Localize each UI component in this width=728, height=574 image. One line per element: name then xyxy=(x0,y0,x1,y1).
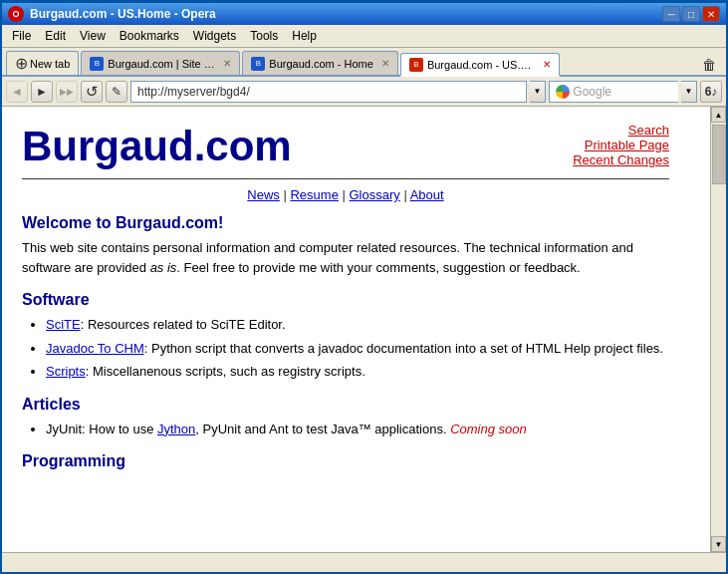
welcome-heading: Welcome to Burgaud.com! xyxy=(22,214,669,232)
search-link[interactable]: Search xyxy=(573,123,669,138)
back-icon: ◄ xyxy=(11,85,23,99)
scrollbar: ▲ ▼ xyxy=(710,107,726,552)
google-icon xyxy=(556,85,570,99)
page-header: Burgaud.com Search Printable Page Recent… xyxy=(22,123,669,170)
reload-icon: ↺ xyxy=(86,83,99,101)
tab-bar: ⊕ New tab B Burgaud.com | Site inter... … xyxy=(2,48,726,77)
edit-button[interactable]: ✎ xyxy=(106,81,127,103)
list-item: Scripts: Miscellanenous scripts, such as… xyxy=(46,362,669,382)
tab1-close[interactable]: ✕ xyxy=(223,58,231,69)
menu-bar: File Edit View Bookmarks Widgets Tools H… xyxy=(2,25,726,48)
jyunit-suffix: , PyUnit and Ant to test Java™ applicati… xyxy=(195,422,450,436)
content-wrapper: Burgaud.com Search Printable Page Recent… xyxy=(2,107,726,552)
tab-burgaud-us-home[interactable]: B Burgaud.com - US.Home ✕ xyxy=(400,53,560,77)
title-bar-left: O Burgaud.com - US.Home - Opera xyxy=(8,6,216,22)
software-heading: Software xyxy=(22,291,669,309)
fastforward-button[interactable]: ▶▶ xyxy=(56,81,78,103)
edit-icon: ✎ xyxy=(112,85,121,99)
tab3-favicon: B xyxy=(409,58,423,72)
nav-glossary[interactable]: Glossary xyxy=(350,187,400,202)
minimize-button[interactable]: ─ xyxy=(662,6,680,22)
status-bar xyxy=(2,552,726,572)
trash-icon[interactable]: 🗑 xyxy=(696,55,722,75)
jython-link[interactable]: Jython xyxy=(157,422,195,436)
tab2-label: Burgaud.com - Home xyxy=(269,58,373,70)
window-title: Burgaud.com - US.Home - Opera xyxy=(30,7,216,21)
title-controls: ─ □ ✕ xyxy=(662,6,720,22)
recent-changes-link[interactable]: Recent Changes xyxy=(573,152,669,167)
menu-widgets[interactable]: Widgets xyxy=(187,27,242,45)
tab2-close[interactable]: ✕ xyxy=(381,58,389,69)
scripts-desc: : Miscellanenous scripts, such as regist… xyxy=(86,364,365,379)
nav-news[interactable]: News xyxy=(247,187,280,202)
welcome-text-2: . Feel free to provide me with your comm… xyxy=(176,260,580,275)
list-item: JyUnit: How to use Jython, PyUnit and An… xyxy=(46,420,669,439)
navigation-bar: ◄ ► ▶▶ ↺ ✎ http://myserver/bgd4/ ▼ Googl… xyxy=(2,77,726,107)
list-item: Javadoc To CHM: Python script that conve… xyxy=(46,339,669,359)
programming-heading: Programming xyxy=(22,452,669,470)
address-bar[interactable]: http://myserver/bgd4/ xyxy=(130,81,527,103)
javadoc-link[interactable]: Javadoc To CHM xyxy=(46,341,144,356)
zoom-label: 6♪ xyxy=(705,85,718,99)
page-content: Burgaud.com Search Printable Page Recent… xyxy=(2,107,689,492)
search-input[interactable]: Google xyxy=(549,81,678,103)
welcome-text-em: as is xyxy=(150,260,177,275)
content-area: Burgaud.com Search Printable Page Recent… xyxy=(2,107,710,552)
header-divider xyxy=(22,178,669,179)
address-dropdown[interactable]: ▼ xyxy=(530,81,546,103)
tab2-favicon: B xyxy=(251,57,265,71)
tab3-label: Burgaud.com - US.Home xyxy=(427,59,535,71)
scripts-link[interactable]: Scripts xyxy=(46,364,86,379)
printable-link[interactable]: Printable Page xyxy=(573,138,669,152)
menu-file[interactable]: File xyxy=(6,27,37,45)
software-list: SciTE: Resources related to SciTE Editor… xyxy=(46,315,669,382)
forward-button[interactable]: ► xyxy=(31,81,53,103)
browser-icon: O xyxy=(8,6,24,22)
articles-list: JyUnit: How to use Jython, PyUnit and An… xyxy=(46,420,669,439)
menu-view[interactable]: View xyxy=(74,27,112,45)
search-placeholder: Google xyxy=(573,85,611,99)
scite-link[interactable]: SciTE xyxy=(46,317,81,332)
nav-sep2: | xyxy=(343,187,350,202)
nav-about[interactable]: About xyxy=(410,187,444,202)
header-links: Search Printable Page Recent Changes xyxy=(573,123,669,167)
scrollbar-thumb[interactable] xyxy=(712,125,726,184)
scrollbar-track[interactable] xyxy=(711,123,726,536)
scrollbar-down-button[interactable]: ▼ xyxy=(711,536,726,552)
page-nav-links: News | Resume | Glossary | About xyxy=(22,187,669,202)
tab-burgaud-inter[interactable]: B Burgaud.com | Site inter... ✕ xyxy=(81,51,240,75)
articles-heading: Articles xyxy=(22,396,669,414)
tab1-label: Burgaud.com | Site inter... xyxy=(108,58,215,70)
new-tab-icon: ⊕ xyxy=(15,54,28,73)
tab-burgaud-home[interactable]: B Burgaud.com - Home ✕ xyxy=(242,51,398,75)
menu-bookmarks[interactable]: Bookmarks xyxy=(114,27,185,45)
zoom-button[interactable]: 6♪ xyxy=(700,81,722,103)
fastforward-icon: ▶▶ xyxy=(60,87,74,97)
nav-resume[interactable]: Resume xyxy=(290,187,338,202)
browser-window: O Burgaud.com - US.Home - Opera ─ □ ✕ Fi… xyxy=(0,0,728,574)
coming-soon-label: Coming soon xyxy=(450,422,527,436)
search-dropdown[interactable]: ▼ xyxy=(681,81,697,103)
new-tab[interactable]: ⊕ New tab xyxy=(6,51,79,75)
close-button[interactable]: ✕ xyxy=(702,6,720,22)
maximize-button[interactable]: □ xyxy=(682,6,700,22)
menu-edit[interactable]: Edit xyxy=(39,27,72,45)
menu-help[interactable]: Help xyxy=(286,27,323,45)
list-item: SciTE: Resources related to SciTE Editor… xyxy=(46,315,669,335)
forward-icon: ► xyxy=(36,85,48,99)
site-title: Burgaud.com xyxy=(22,123,292,170)
back-button[interactable]: ◄ xyxy=(6,81,28,103)
javadoc-desc: : Python script that converts a javadoc … xyxy=(144,341,663,356)
tab3-close[interactable]: ✕ xyxy=(543,59,551,70)
title-bar: O Burgaud.com - US.Home - Opera ─ □ ✕ xyxy=(2,3,726,25)
reload-button[interactable]: ↺ xyxy=(81,81,103,103)
menu-tools[interactable]: Tools xyxy=(244,27,284,45)
jyunit-prefix: JyUnit: How to use xyxy=(46,422,157,436)
welcome-paragraph: This web site contains personal informat… xyxy=(22,238,669,277)
address-text: http://myserver/bgd4/ xyxy=(137,85,250,99)
scite-desc: : Resources related to SciTE Editor. xyxy=(81,317,286,332)
tab1-favicon: B xyxy=(90,57,104,71)
new-tab-label: New tab xyxy=(30,58,70,70)
scrollbar-up-button[interactable]: ▲ xyxy=(711,107,726,123)
